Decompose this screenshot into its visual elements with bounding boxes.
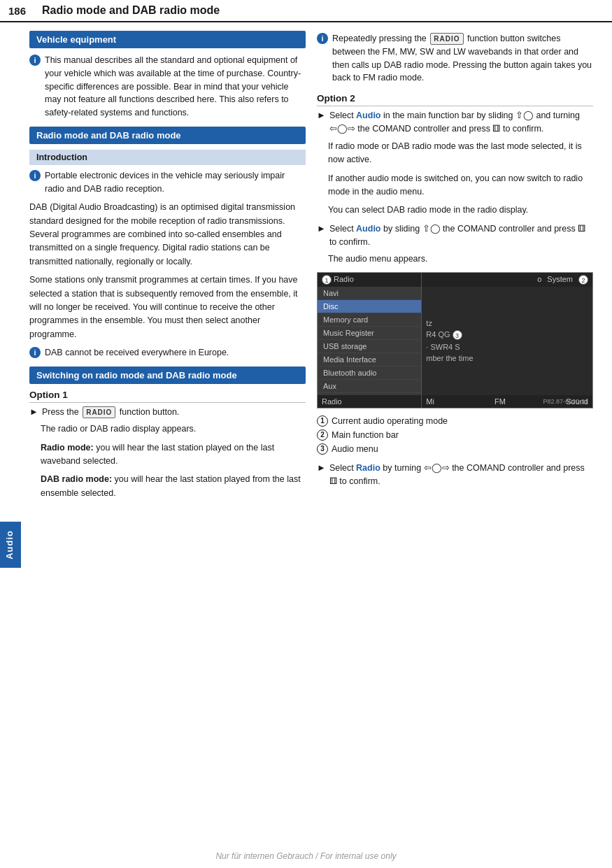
page-header: 186 Radio mode and DAB radio mode <box>0 0 612 22</box>
page-number: 186 <box>8 5 29 17</box>
ss-menu-usb: USB storage <box>318 340 421 353</box>
ss-right-top: o System 2 <box>422 273 592 287</box>
ss-top-system: System <box>547 275 573 285</box>
screenshot-caption: P82.87-6020-31 <box>543 398 588 405</box>
ss-badge-1: 1 <box>322 275 332 285</box>
dab-para1: DAB (Digital Audio Broadcasting) is an o… <box>29 201 306 269</box>
option1-radio-mode: Radio mode: you will hear the last stati… <box>29 441 306 469</box>
ss-menu-aux: Aux <box>318 380 421 393</box>
ss-menu-media: Media Interface <box>318 353 421 367</box>
ss-right-row1: tz <box>426 318 588 329</box>
vehicle-info-block: i This manual describes all the standard… <box>29 54 306 120</box>
left-column: Vehicle equipment i This manual describe… <box>29 31 306 839</box>
dab-para2: Some stations only transmit programmes a… <box>29 273 306 341</box>
info-icon-portable: i <box>29 170 41 181</box>
ss-bottom-fm: FM <box>494 397 506 406</box>
option2-line2: If another audio mode is switched on, yo… <box>317 172 593 199</box>
ss-right-content: tz R4 QG 3 · SWR4 S mber the time <box>422 287 592 395</box>
arrow-sym-4: ► <box>317 462 326 473</box>
audio-highlight-2: Audio <box>356 224 380 234</box>
ss-left-panel: 1 Radio Navi Disc Memory card Music Regi… <box>318 273 422 408</box>
ss-right-panel: o System 2 tz R4 QG 3 · SWR4 S mber the … <box>422 273 592 408</box>
ss-badge-3: 3 <box>453 330 462 340</box>
ss-badge-2: 2 <box>578 275 588 285</box>
option2-arrow1-text: Select Audio in the main function bar by… <box>329 109 593 136</box>
legend-num-2: 2 <box>317 429 328 441</box>
ss-top-bar: 1 Radio <box>318 273 421 287</box>
option1-heading: Option 1 <box>29 390 306 403</box>
legend-item-1: 1 Current audio operating mode <box>317 414 593 428</box>
option2-arrow2-text: Select Audio by sliding ⇧◯ the COMAND co… <box>329 222 593 250</box>
ss-right-row2: R4 QG 3 <box>426 329 588 341</box>
ss-bottom-bar-left: Radio <box>318 395 421 408</box>
option2-line3: You can select DAB radio mode in the rad… <box>317 204 593 217</box>
option1-arrow1-text: Press the RADIO function button. <box>42 406 179 419</box>
ss-bottom-mi: Mi <box>426 397 434 406</box>
info-icon-vehicle: i <box>29 55 41 66</box>
vehicle-equipment-box: Vehicle equipment <box>29 31 306 48</box>
legend-num-1: 1 <box>317 415 328 427</box>
info-icon-dab-cannot: i <box>29 347 41 358</box>
radio-highlight: Radio <box>356 463 380 473</box>
legend-num-3: 3 <box>317 443 328 455</box>
screenshot-area: 1 Radio Navi Disc Memory card Music Regi… <box>317 272 593 408</box>
option2-arrow3-container: ► Select Radio by turning ⇦◯⇨ the COMAND… <box>317 462 593 489</box>
legend-item-3: 3 Audio menu <box>317 442 593 456</box>
legend-text-2: Main function bar <box>332 428 399 442</box>
screenshot-inner: 1 Radio Navi Disc Memory card Music Regi… <box>318 273 592 408</box>
ss-right-row3: · SWR4 S <box>426 341 588 353</box>
audio-highlight-1: Audio <box>356 111 380 120</box>
legend-text-3: Audio menu <box>332 442 378 456</box>
ss-menu-musicreg: Music Register <box>318 327 421 340</box>
audio-sidebar-label: Audio <box>0 522 21 568</box>
ss-bottom-radio: Radio <box>322 397 342 406</box>
option2-arrow3: ► Select Radio by turning ⇦◯⇨ the COMAND… <box>317 462 593 489</box>
option2-line4: The audio menu appears. <box>317 252 593 266</box>
introduction-box: Introduction <box>29 150 306 165</box>
vehicle-info-text: This manual describes all the standard a… <box>45 54 306 120</box>
portable-info-block: i Portable electronic devices in the veh… <box>29 169 306 196</box>
option1-info-block: i Repeatedly pressing the RADIO function… <box>317 32 593 85</box>
dab-cannot-block: i DAB cannot be received everywhere in E… <box>29 346 306 360</box>
option1-info-text: Repeatedly pressing the RADIO function b… <box>332 32 593 85</box>
option2-arrow2: ► Select Audio by sliding ⇧◯ the COMAND … <box>317 222 593 250</box>
ss-menu-items: Navi Disc Memory card Music Register USB… <box>318 287 421 395</box>
option2-line1: If radio mode or DAB radio mode was the … <box>317 140 593 167</box>
dab-mode-label: DAB radio mode: <box>41 474 112 484</box>
arrow-sym-3: ► <box>317 223 326 234</box>
ss-right-row4: mber the time <box>426 353 588 364</box>
option1-arrow1: ► Press the RADIO function button. <box>29 406 306 419</box>
legend-list: 1 Current audio operating mode 2 Main fu… <box>317 414 593 456</box>
portable-info-text: Portable electronic devices in the vehic… <box>45 169 306 196</box>
option1-para1: The radio or DAB radio display appears. <box>29 422 306 436</box>
option1-dab-mode: DAB radio mode: you will hear the last s… <box>29 473 306 500</box>
radio-dab-box: Radio mode and DAB radio mode <box>29 127 306 144</box>
sidebar: Audio <box>0 22 22 848</box>
legend-text-1: Current audio operating mode <box>332 414 448 428</box>
radio-mode-label: Radio mode: <box>41 443 94 453</box>
arrow-sym-2: ► <box>317 110 326 120</box>
legend-item-2: 2 Main function bar <box>317 428 593 442</box>
right-column: i Repeatedly pressing the RADIO function… <box>317 31 593 839</box>
switching-box: Switching on radio mode and DAB radio mo… <box>29 367 306 384</box>
page-body: Audio Vehicle equipment i This manual de… <box>0 22 612 848</box>
arrow-sym-1: ► <box>29 406 38 417</box>
radio-btn-inline-2: RADIO <box>430 33 463 45</box>
radio-btn-inline: RADIO <box>83 406 115 419</box>
footer-watermark: Nur für internen Gebrauch / For internal… <box>215 851 396 861</box>
info-icon-option1: i <box>317 33 328 44</box>
ss-menu-disc: Disc <box>318 300 421 313</box>
option2-heading: Option 2 <box>317 93 593 106</box>
option2-arrow1: ► Select Audio in the main function bar … <box>317 109 593 136</box>
option2-arrow3-text: Select Radio by turning ⇦◯⇨ the COMAND c… <box>329 462 593 489</box>
ss-top-o: o <box>537 275 541 285</box>
ss-menu-navi: Navi <box>318 287 421 300</box>
page-title: Radio mode and DAB radio mode <box>42 4 220 17</box>
ss-menu-bt: Bluetooth audio <box>318 367 421 380</box>
main-content: Vehicle equipment i This manual describe… <box>22 22 612 848</box>
ss-badge-1-label: 1 Radio <box>322 275 354 285</box>
ss-menu-memcard: Memory card <box>318 313 421 327</box>
dab-cannot-text: DAB cannot be received everywhere in Eur… <box>45 346 229 360</box>
